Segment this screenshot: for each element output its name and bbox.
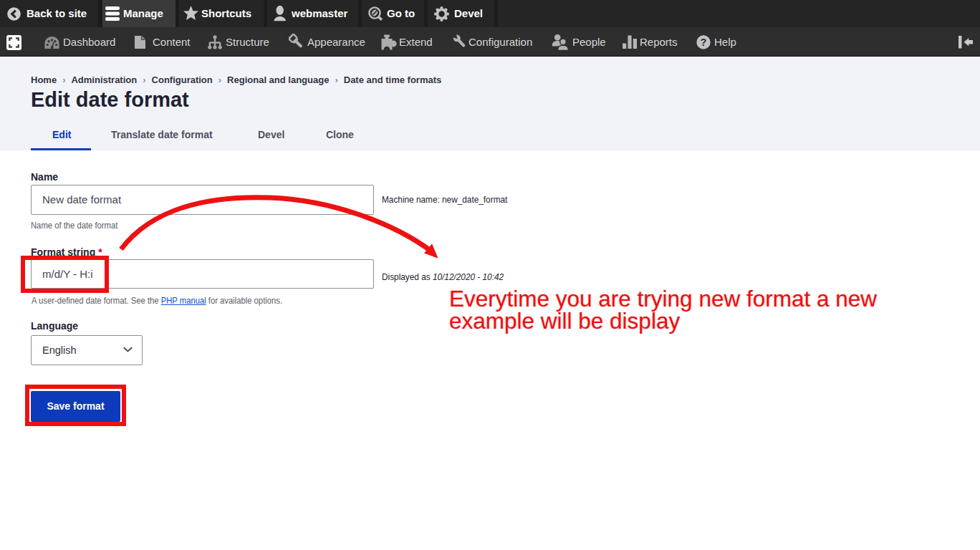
svg-text:?: ? (701, 37, 707, 48)
